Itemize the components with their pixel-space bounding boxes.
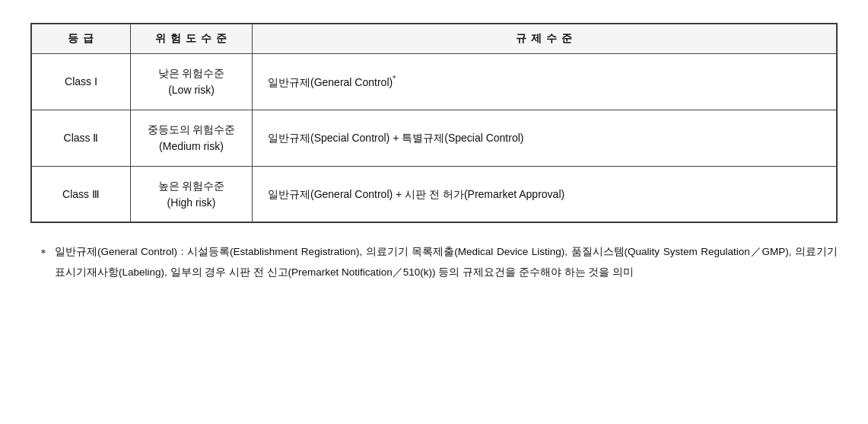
grade-class2: Class Ⅱ (32, 110, 131, 166)
classification-table-wrapper: 등 급 위 험 도 수 준 규 제 수 준 Class Ⅰ 낮은 위험수준 (L… (30, 23, 838, 223)
grade-class3: Class Ⅲ (32, 166, 131, 222)
superscript-asterisk: * (393, 75, 396, 83)
header-risk-level: 위 험 도 수 준 (131, 24, 253, 54)
footnote-row: ＊ 일반규제(General Control) : 시설등록(Establish… (38, 241, 838, 282)
grade-class1: Class Ⅰ (32, 54, 131, 110)
table-row: Class Ⅰ 낮은 위험수준 (Low risk) 일반규제(General … (32, 54, 837, 110)
header-grade: 등 급 (32, 24, 131, 54)
footnote-star: ＊ (38, 243, 49, 263)
footnote-text: 일반규제(General Control) : 시설등록(Establishme… (55, 241, 838, 282)
regulation-class1: 일반규제(General Control)* (253, 54, 837, 110)
table-header-row: 등 급 위 험 도 수 준 규 제 수 준 (32, 24, 837, 54)
regulation-class2: 일반규제(Special Control) + 특별규제(Special Con… (253, 110, 837, 166)
regulation-class3: 일반규제(General Control) + 시판 전 허가(Premarke… (253, 166, 837, 222)
risk-class2: 중등도의 위험수준 (Medium risk) (131, 110, 253, 166)
table-row: Class Ⅱ 중등도의 위험수준 (Medium risk) 일반규제(Spe… (32, 110, 837, 166)
table-row: Class Ⅲ 높은 위험수준 (High risk) 일반규제(General… (32, 166, 837, 222)
risk-class1: 낮은 위험수준 (Low risk) (131, 54, 253, 110)
main-container: 등 급 위 험 도 수 준 규 제 수 준 Class Ⅰ 낮은 위험수준 (L… (30, 23, 838, 282)
header-regulation: 규 제 수 준 (253, 24, 837, 54)
risk-class3: 높은 위험수준 (High risk) (131, 166, 253, 222)
classification-table: 등 급 위 험 도 수 준 규 제 수 준 Class Ⅰ 낮은 위험수준 (L… (31, 24, 837, 222)
footnote-section: ＊ 일반규제(General Control) : 시설등록(Establish… (30, 241, 838, 282)
